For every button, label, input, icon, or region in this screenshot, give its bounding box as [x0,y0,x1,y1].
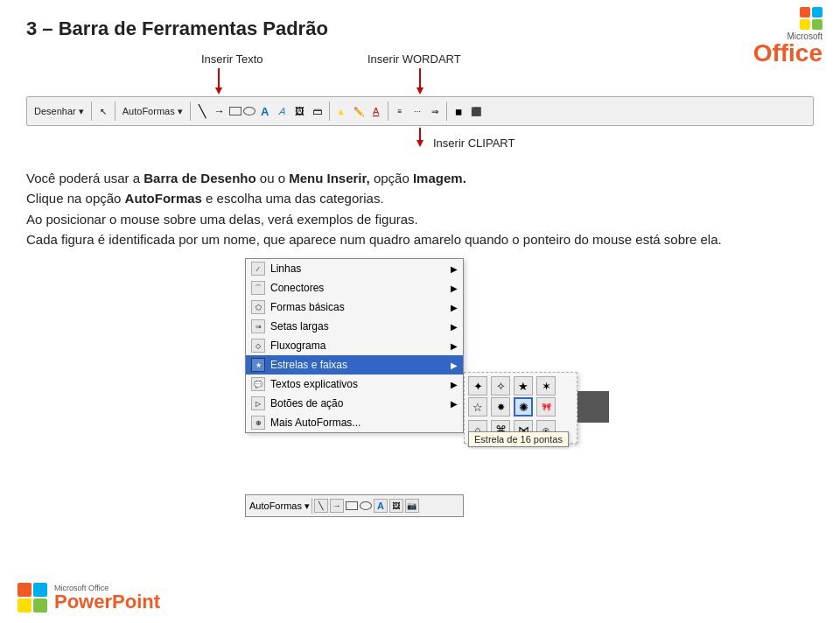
body-p1-bold2: Menu Inserir, [289,171,370,186]
body-p1-mid: ou o [256,171,290,186]
ppt-name: PowerPoint [54,592,160,612]
autoformas-menu: ⁄ Linhas ▶ ⌒ Conectores ▶ ⬠ Formas básic… [245,258,464,433]
body-p4: Cada figura é identificada por um nome, … [26,229,744,249]
powerpoint-logo: Microsoft Office PowerPoint [18,583,160,612]
bottom-toolbar: AutoFormas ▾ ╲ → A 🖼 📷 [245,494,464,517]
body-p3: Ao posicionar o mouse sobre uma delas, v… [26,209,744,229]
text-box-icon[interactable]: A [257,103,273,119]
inserir-clipart-label: Inserir CLIPART [433,136,514,150]
star7-icon[interactable]: ✶ [536,376,556,396]
3d-icon[interactable]: ⬛ [468,103,484,119]
bottom-rect-icon[interactable] [346,501,358,510]
star16-icon-selected[interactable]: ✺ [514,397,533,416]
arrow-line-icon[interactable]: → [212,103,228,119]
arrow-right-icon4: ▶ [451,322,458,332]
arrow-right-icon6: ▶ [451,360,458,370]
star6-icon[interactable]: ★ [514,376,533,396]
annotation-arrows [26,52,639,96]
menu-item-textos[interactable]: 💬 Textos explicativos ▶ [246,374,463,394]
cursor-icon: ↖ [95,103,111,119]
star4-icon[interactable]: ✦ [468,376,487,396]
star9-icon[interactable]: ✸ [491,397,510,416]
dark-rect [578,391,609,423]
bottom-arrow-icon[interactable]: → [330,499,344,513]
svg-marker-3 [416,88,424,94]
formas-icon: ⬠ [251,300,265,314]
clipart-icon[interactable]: 🖼 [292,103,308,119]
ppt-text: Microsoft Office PowerPoint [54,584,160,612]
fluxograma-icon: ◇ [251,339,265,353]
rectangle-icon[interactable] [229,107,242,116]
menu-item-mais[interactable]: ⊕ Mais AutoFormas... [246,413,463,432]
menu-item-fluxograma[interactable]: ◇ Fluxograma ▶ [246,336,463,355]
arrow-right-icon5: ▶ [451,341,458,351]
body-text: Você poderá usar a Barra de Desenho ou o… [26,168,744,249]
linhas-icon: ⁄ [251,262,265,276]
arrow-right-icon8: ▶ [451,399,458,409]
menu-item-estrelas[interactable]: ★ Estrelas e faixas ▶ [246,355,463,374]
mais-icon: ⊕ [251,416,265,430]
svg-marker-1 [215,88,222,94]
body-p2-end: e escolha uma das categorias. [202,191,384,206]
drawing-toolbar: Desenhar ▾ ↖ AutoFormas ▾ ╲ → A A 🖼 🗃 ▲ … [26,96,814,126]
line-style-icon[interactable]: ≡ [392,103,408,119]
arrow-right-icon3: ▶ [451,303,458,312]
menu-item-conectores[interactable]: ⌒ Conectores ▶ [246,278,463,298]
body-p2-bold: AutoFormas [125,191,202,206]
clipart-arrow [26,128,639,159]
star5-icon[interactable]: ✧ [491,376,510,396]
star8-icon[interactable]: ☆ [468,397,487,416]
ribbon1-icon[interactable]: 🎀 [536,397,556,416]
body-p1-end: opção [370,171,413,186]
setas-icon: ⇒ [251,319,265,333]
wordart-icon[interactable]: A [273,103,291,119]
line-icon[interactable]: ╲ [194,103,210,119]
toolbar-area: Inserir Texto Inserir WORDART Desenhar ▾… [26,52,814,159]
page-title: 3 – Barra de Ferramentas Padrão [26,18,814,40]
bottom-line-icon[interactable]: ╲ [314,499,328,513]
textos-icon: 💬 [251,377,265,391]
menu-item-linhas[interactable]: ⁄ Linhas ▶ [246,259,463,278]
bottom-textbox-icon[interactable]: A [374,499,388,513]
bottom-img-icon[interactable]: 📷 [405,499,419,513]
arrow-right-icon2: ▶ [451,284,458,293]
menu-item-setas[interactable]: ⇒ Setas largas ▶ [246,317,463,336]
line-color-icon[interactable]: ✏️ [351,103,367,119]
svg-marker-5 [416,140,424,147]
arrow-style-icon[interactable]: ⇒ [427,103,443,119]
menu-item-botoes[interactable]: ▷ Botões de ação ▶ [246,394,463,413]
autoformas-bottom-button[interactable]: AutoFormas ▾ [249,500,310,512]
body-p1-bold1: Barra de Desenho [144,171,256,186]
fill-color-icon[interactable]: ▲ [333,103,349,119]
body-p1-bold3: Imagem. [413,171,466,186]
image-icon[interactable]: 🗃 [310,103,326,119]
menu-item-formas[interactable]: ⬠ Formas básicas ▶ [246,298,463,317]
arrow-right-icon: ▶ [451,264,458,274]
shadow-icon[interactable]: ◼ [451,103,466,119]
desenhar-button[interactable]: Desenhar ▾ [31,104,88,119]
autoformas-button[interactable]: AutoFormas ▾ [119,104,186,119]
bottom-oval-icon[interactable] [360,501,372,510]
font-color-icon[interactable]: A [368,103,384,119]
arrow-right-icon7: ▶ [451,380,458,389]
body-p2-start: Clique na opção [26,191,125,206]
bottom-clipart-icon2[interactable]: 🖼 [389,499,403,513]
ppt-logo-squares [18,583,47,612]
oval-icon[interactable] [243,107,256,116]
conectores-icon: ⌒ [251,281,265,295]
dash-style-icon[interactable]: ⋯ [410,103,425,119]
menu-screenshot-area: ⁄ Linhas ▶ ⌒ Conectores ▶ ⬠ Formas básic… [245,258,464,433]
body-p1-normal: Você poderá usar a [26,171,144,186]
botoes-icon: ▷ [251,396,265,410]
tooltip-estrela: Estrela de 16 pontas [468,431,569,447]
estrelas-icon: ★ [251,358,265,372]
